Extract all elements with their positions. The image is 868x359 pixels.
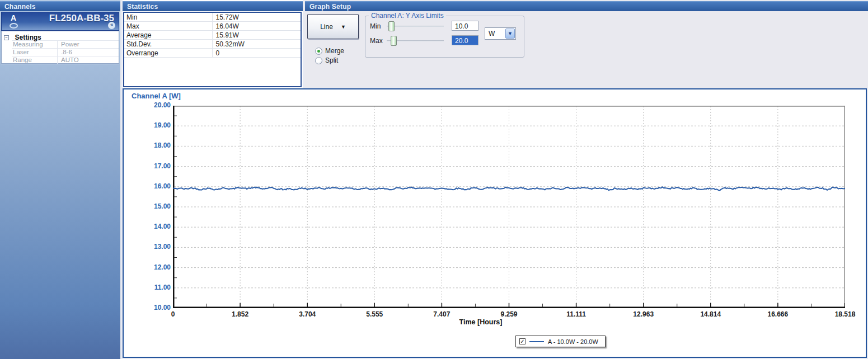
graph-type-dropdown[interactable]: Line ▼ [307, 14, 359, 39]
settings-row: Measuring Power [12, 40, 119, 48]
min-value-field[interactable] [452, 21, 478, 31]
statistics-row: Std.Dev. 50.32mW [124, 40, 301, 49]
chart-legend: ✓ A - 10.0W - 20.0W [515, 336, 606, 347]
max-value-field[interactable] [452, 35, 478, 45]
radio-unselected-icon [315, 57, 322, 64]
collapse-minus-icon[interactable]: − [4, 35, 9, 40]
graph-setup-header: Graph Setup [305, 1, 868, 11]
stat-value: 50.32mW [213, 40, 301, 48]
x-axis-title: Time [Hours] [173, 318, 789, 326]
statistics-row: Overrange 0 [124, 49, 301, 58]
stat-value: 15.91W [213, 31, 301, 39]
channel-name: FL250A-BB-35 [49, 13, 114, 24]
min-slider-thumb[interactable] [388, 21, 395, 31]
y-tick-label: 18.00 [137, 141, 171, 149]
dropdown-arrow-icon: ▼ [341, 24, 346, 30]
merge-label: Merge [325, 47, 344, 55]
x-tick-label: 3.704 [288, 310, 327, 318]
y-tick-label: 20.00 [137, 101, 171, 109]
x-tick-label: 0 [153, 310, 193, 318]
graph-type-value: Line [320, 23, 333, 31]
min-label: Min [370, 22, 381, 30]
plot-area[interactable] [173, 106, 845, 308]
combo-arrow-icon: ▼ [505, 29, 515, 39]
x-tick-label: 18.518 [825, 310, 865, 318]
x-tick-label: 1.852 [220, 310, 260, 318]
settings-rows: Measuring PowerLaser .8-6Range AUTO [2, 40, 119, 64]
settings-header-label: Settings [15, 34, 41, 41]
x-tick-label: 9.259 [490, 310, 529, 318]
unit-combobox[interactable]: W ▼ [485, 27, 516, 40]
channel-id: A [11, 13, 16, 22]
x-tick-label: 7.407 [422, 310, 461, 318]
stat-label: Std.Dev. [124, 40, 213, 48]
stat-label: Max [124, 22, 213, 30]
radio-selected-icon [315, 48, 322, 55]
statistics-row: Max 16.04W [124, 22, 301, 31]
stat-value: 16.04W [213, 22, 301, 30]
min-slider-track[interactable] [387, 26, 444, 27]
split-label: Split [325, 56, 338, 64]
stat-label: Overrange [124, 49, 213, 57]
max-slider-thumb[interactable] [391, 36, 397, 46]
legend-series-label: A - 10.0W - 20.0W [548, 338, 598, 345]
stat-value: 0 [213, 49, 301, 57]
stat-label: Min [124, 13, 213, 21]
split-radio[interactable]: Split [315, 56, 338, 64]
settings-row-value: AUTO [58, 56, 79, 64]
settings-row-label: Laser [12, 49, 58, 56]
settings-box: − Settings Measuring PowerLaser .8-6Rang… [1, 31, 119, 64]
statistics-table: Min 15.72WMax 16.04WAverage 15.91WStd.De… [123, 12, 302, 87]
legend-line-sample [529, 341, 544, 342]
chart-title: Channel A [W] [132, 92, 181, 100]
settings-row-value: Power [58, 41, 79, 48]
y-axis-limits-label: Channel A: Y Axis Limits [369, 12, 446, 20]
chevron-up-icon[interactable]: « [108, 22, 115, 29]
y-tick-label: 11.00 [137, 284, 171, 291]
settings-row-label: Range [12, 56, 58, 64]
plot-svg [173, 106, 845, 308]
settings-row: Laser .8-6 [12, 48, 119, 56]
x-tick-label: 14.814 [691, 310, 730, 318]
settings-header[interactable]: − Settings [2, 31, 119, 40]
y-tick-label: 12.00 [137, 263, 171, 271]
unit-value: W [489, 30, 495, 37]
x-tick-label: 5.555 [355, 310, 394, 318]
channel-card[interactable]: A FL250A-BB-35 « [1, 12, 119, 31]
statistics-row: Min 15.72W [124, 13, 301, 22]
stat-label: Average [124, 31, 213, 39]
statistics-panel: Statistics Min 15.72WMax 16.04WAverage 1… [123, 0, 303, 88]
y-tick-label: 17.00 [137, 162, 171, 170]
legend-checkbox[interactable]: ✓ [519, 338, 526, 344]
x-tick-label: 16.666 [758, 310, 797, 318]
graph-setup-panel: Graph Setup Line ▼ Merge Split Channel A… [305, 0, 868, 88]
stat-value: 15.72W [213, 13, 301, 21]
settings-row-label: Measuring [12, 41, 58, 48]
y-axis-limits-group: Channel A: Y Axis Limits Min Max W ▼ [365, 16, 524, 58]
x-tick-label: 12.963 [624, 310, 663, 318]
statistics-row: Average 15.91W [124, 31, 301, 40]
channel-status-icon [10, 23, 18, 29]
y-tick-label: 13.00 [137, 243, 171, 251]
y-tick-label: 14.00 [137, 223, 171, 230]
channels-panel: Channels A FL250A-BB-35 « − Settings Mea… [0, 0, 120, 359]
x-tick-label: 11.111 [557, 310, 596, 318]
statistics-header: Statistics [123, 1, 303, 11]
max-label: Max [370, 37, 383, 45]
y-tick-label: 15.00 [137, 202, 171, 210]
settings-row-value: .8-6 [58, 49, 72, 56]
chart-panel: Channel A [W] 20.0019.0018.0017.0016.001… [123, 88, 867, 358]
merge-radio[interactable]: Merge [315, 47, 344, 55]
y-tick-label: 16.00 [137, 182, 171, 190]
channels-header: Channels [0, 1, 120, 11]
y-tick-label: 19.00 [137, 121, 171, 129]
settings-row: Range AUTO [12, 56, 119, 64]
